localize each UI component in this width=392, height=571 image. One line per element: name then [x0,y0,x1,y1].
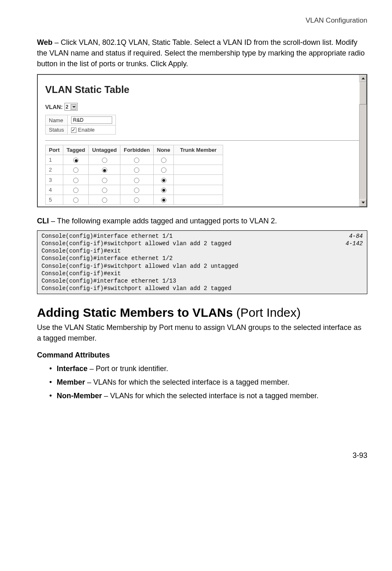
vlan-row: VLAN: 2 [45,103,359,111]
table-row: 1 [46,155,223,165]
vlan-select-value: 2 [66,104,69,110]
radio-forbidden[interactable] [134,167,139,173]
col-port: Port [46,145,63,155]
radio-forbidden[interactable] [134,158,139,163]
radio-untagged[interactable] [102,178,107,183]
screenshot-container: VLAN Static Table VLAN: 2 Name Status En… [37,74,367,207]
port-cell: 3 [46,175,63,185]
intro-rest: – Click VLAN, 802.1Q VLAN, Static Table.… [37,38,364,68]
cli-note-bold: CLI [37,217,49,225]
status-label: Status [46,125,68,135]
cli-note: CLI – The following example adds tagged … [37,216,367,226]
page-number: 3-93 [37,451,367,460]
port-cell: 2 [46,165,63,175]
trunk-cell [174,155,223,165]
cli-note-rest: – The following example adds tagged and … [49,217,277,225]
item-rest: – Port or trunk identifier. [88,364,168,373]
radio-none[interactable] [161,188,166,193]
col-untagged: Untagged [89,145,120,155]
item-rest: – VLANs for which the selected interface… [85,378,289,386]
table-row: 5 [46,195,223,204]
radio-tagged[interactable] [73,188,78,193]
intro-paragraph: Web – Click VLAN, 802.1Q VLAN, Static Ta… [37,37,367,69]
status-cell: Enable [67,125,115,135]
radio-forbidden[interactable] [134,178,139,183]
radio-untagged[interactable] [102,197,107,203]
radio-none[interactable] [161,167,166,173]
scrollbar[interactable] [359,75,367,206]
panel-title: VLAN Static Table [45,84,359,95]
col-forbidden: Forbidden [120,145,154,155]
list-item: Non-Member – VLANs for which the selecte… [49,390,367,402]
cli-example: Console(config)#interface ethernet 1/1 C… [37,230,367,295]
list-item: Interface – Port or trunk identifier. [49,363,367,375]
section-heading-light: (Port Index) [233,306,301,319]
trunk-cell [174,185,223,195]
section-heading: Adding Static Members to VLANs (Port Ind… [37,306,367,320]
table-row: 4 [46,185,223,195]
membership-table: Port Tagged Untagged Forbidden None Trun… [45,145,223,204]
name-input[interactable] [71,116,112,124]
item-bold: Member [57,378,85,386]
section-body: Use the VLAN Static Membership by Port m… [37,322,367,344]
cli-right: 4-84 4-142 [346,232,363,292]
scroll-down-button[interactable] [360,199,367,207]
scroll-up-button[interactable] [360,75,367,82]
radio-forbidden[interactable] [134,197,139,203]
radio-tagged[interactable] [73,158,78,163]
attributes-list: Interface – Port or trunk identifier. Me… [49,363,367,402]
table-header-row: Port Tagged Untagged Forbidden None Trun… [46,145,223,155]
intro-bold: Web [37,38,53,46]
enable-label: Enable [78,127,95,133]
cli-left: Console(config)#interface ethernet 1/1 C… [42,232,238,292]
col-tagged: Tagged [63,145,89,155]
chevron-down-icon[interactable] [71,104,76,110]
section-heading-bold: Adding Static Members to VLANs [37,306,233,319]
list-item: Member – VLANs for which the selected in… [49,376,367,388]
port-cell: 4 [46,185,63,195]
vlan-label: VLAN: [45,104,63,110]
radio-untagged[interactable] [102,158,107,163]
col-none: None [153,145,174,155]
radio-tagged[interactable] [73,178,78,183]
trunk-cell [174,195,223,204]
radio-forbidden[interactable] [134,188,139,193]
radio-untagged[interactable] [102,167,107,173]
table-row: 2 [46,165,223,175]
section-header: VLAN Configuration [37,16,367,25]
trunk-cell [174,175,223,185]
item-rest: – VLANs for which the selected interface… [102,392,318,400]
port-cell: 5 [46,195,63,204]
scroll-thumb[interactable] [359,82,367,104]
port-cell: 1 [46,155,63,165]
radio-none[interactable] [161,197,166,203]
radio-tagged[interactable] [73,167,78,173]
radio-none[interactable] [161,158,166,163]
divider [45,140,359,141]
command-attributes-title: Command Attributes [37,351,367,360]
enable-checkbox[interactable] [71,128,76,133]
radio-none[interactable] [161,178,166,183]
vlan-select[interactable]: 2 [65,103,78,111]
item-bold: Interface [57,364,88,373]
radio-tagged[interactable] [73,197,78,203]
item-bold: Non-Member [57,392,102,400]
name-status-table: Name Status Enable [45,115,116,135]
table-row: 3 [46,175,223,185]
name-cell [67,115,115,125]
trunk-cell [174,165,223,175]
col-trunk: Trunk Member [174,145,223,155]
name-label: Name [46,115,68,125]
radio-untagged[interactable] [102,188,107,193]
